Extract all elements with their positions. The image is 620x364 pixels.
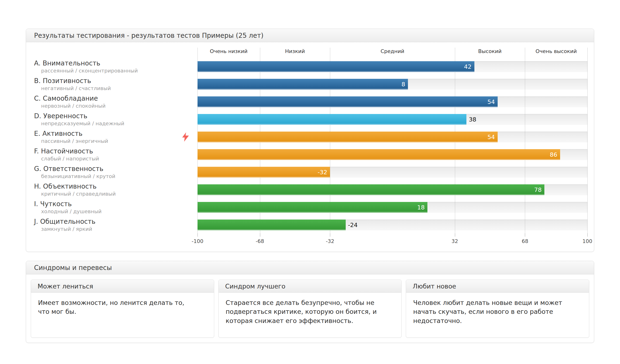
card-header: Любит новое (406, 280, 589, 293)
row-subtitle: слабый / напористый (34, 156, 198, 161)
bar-track: 18 (198, 202, 587, 213)
bar-track: 78 (198, 184, 587, 195)
row-subtitle: критичный / справедливый (34, 191, 198, 197)
x-axis-labels: -100-68-323268100 (198, 238, 587, 246)
results-panel: Результаты тестирования - результатов те… (26, 29, 594, 252)
card-body: Человек любит делать новые вещи и может … (406, 293, 589, 331)
row-label: A. Внимательностьрассеянный / сконцентри… (26, 58, 198, 75)
card-header: Может лениться (31, 280, 214, 293)
bar-track: 42 (198, 61, 587, 72)
row-label: F. Настойчивостьслабый / напористый (26, 146, 198, 163)
zone-label: Высокий (455, 48, 525, 58)
syndrome-card: Может ленитьсяИмеет возможности, но лени… (31, 279, 214, 338)
card-body: Старается все делать безупречно, чтобы н… (219, 293, 402, 331)
chart-rows: 42854385486-327818-24 (198, 58, 587, 233)
row-label: B. Позитивностьнегативный / счастливый (26, 75, 198, 93)
test-results-chart: A. Внимательностьрассеянный / сконцентри… (26, 42, 594, 233)
axis-tick (455, 233, 455, 237)
axis-tick-label: 32 (452, 238, 458, 244)
chart-row: 54 (198, 128, 587, 146)
bar-track: 86 (198, 149, 587, 160)
bar-track: -32 (198, 167, 587, 177)
axis-tick (260, 233, 260, 237)
grid-line (587, 48, 588, 233)
bar-value: -24 (348, 221, 358, 228)
zone-label: Низкий (260, 48, 330, 58)
row-title: C. Самообладание (34, 95, 198, 102)
axis-tick-label: -68 (256, 238, 264, 244)
bar-value: 8 (401, 81, 405, 87)
results-panel-header: Результаты тестирования - результатов те… (26, 29, 594, 42)
bar-value: 86 (550, 151, 557, 158)
row-label: G. Ответственностьбезынициативный / крут… (26, 163, 198, 181)
bar: 54 (198, 96, 498, 107)
chart-row: 78 (198, 181, 587, 198)
axis-tick (587, 233, 588, 237)
row-title: F. Настойчивость (34, 147, 198, 155)
chart-row: 18 (198, 198, 587, 216)
zone-label: Очень высокий (525, 48, 587, 58)
row-label: J. Общительностьзамкнутый / яркий (26, 216, 198, 233)
chart-row: 54 (198, 93, 587, 110)
row-subtitle: непредсказуемый / надежный (34, 120, 198, 126)
zone-label: Средний (330, 48, 455, 58)
bar: 18 (198, 202, 427, 213)
bar-value: 38 (469, 116, 476, 123)
bar: 54 (198, 131, 498, 142)
chart-row: 8 (198, 75, 587, 93)
chart-plot-area: Очень низкийНизкийСреднийВысокийОчень вы… (198, 48, 587, 233)
card-text: Имеет возможности, но ленится делать то,… (38, 298, 193, 316)
row-subtitle: нервозный / спокойный (34, 103, 198, 109)
row-label: C. Самообладаниенервозный / спокойный (26, 93, 198, 110)
bar-track: 38 (198, 114, 587, 125)
bar-value: 78 (534, 186, 542, 193)
bar-track: 54 (198, 96, 587, 107)
card-header: Синдром лучшего (219, 280, 402, 293)
bar (198, 114, 466, 125)
row-title: H. Объективность (34, 182, 198, 190)
bar: 78 (198, 184, 544, 195)
chart-row: 42 (198, 58, 587, 75)
bar-track: 54 (198, 131, 587, 142)
bar-value: 18 (417, 204, 425, 211)
bar: -32 (198, 167, 330, 177)
row-label: D. Уверенностьнепредсказуемый / надежный (26, 110, 198, 128)
row-subtitle: замкнутый / яркий (34, 226, 198, 232)
card-text: Человек любит делать новые вещи и может … (413, 298, 568, 325)
zone-label: Очень низкий (198, 48, 260, 58)
card-title: Может лениться (38, 283, 93, 290)
row-title: I. Чуткость (34, 200, 198, 208)
row-subtitle: безынициативный / крутой (34, 173, 198, 179)
bar-track: 8 (198, 79, 587, 90)
axis-tick-label: -100 (192, 238, 203, 244)
axis-tick (198, 233, 198, 237)
results-panel-title: Результаты тестирования - результатов те… (34, 32, 264, 39)
axis-tick-label: -32 (326, 238, 334, 244)
bar-track: -24 (198, 219, 587, 230)
row-title: B. Позитивность (34, 77, 198, 85)
card-title: Любит новое (413, 283, 456, 290)
row-labels-column: A. Внимательностьрассеянный / сконцентри… (26, 48, 198, 233)
card-text: Старается все делать безупречно, чтобы н… (226, 298, 381, 325)
axis-tick-label: 68 (522, 238, 528, 244)
bar-value: -32 (318, 169, 327, 175)
row-title: E. Активность (34, 130, 198, 137)
bar-value: 54 (487, 133, 495, 140)
chart-row: 38 (198, 110, 587, 128)
row-label: I. Чуткостьхолодный / душевный (26, 198, 198, 216)
axis-tick (525, 233, 525, 237)
row-subtitle: рассеянный / сконцентрированный (34, 68, 198, 74)
row-subtitle: пассивный / энергичный (34, 138, 198, 144)
zone-header-row: Очень низкийНизкийСреднийВысокийОчень вы… (198, 48, 587, 58)
bar-value: 42 (464, 63, 472, 70)
bar-value: 54 (487, 98, 495, 105)
chart-row: -24 (198, 216, 587, 233)
row-title: A. Внимательность (34, 59, 198, 67)
row-label: H. Объективностькритичный / справедливый (26, 181, 198, 198)
row-title: D. Уверенность (34, 112, 198, 120)
row-subtitle: негативный / счастливый (34, 85, 198, 91)
chart-row: 86 (198, 146, 587, 163)
chart-row: -32 (198, 163, 587, 181)
syndromes-panel-header: Синдромы и перевесы (26, 261, 594, 274)
syndrome-card: Любит новоеЧеловек любит делать новые ве… (406, 279, 589, 338)
